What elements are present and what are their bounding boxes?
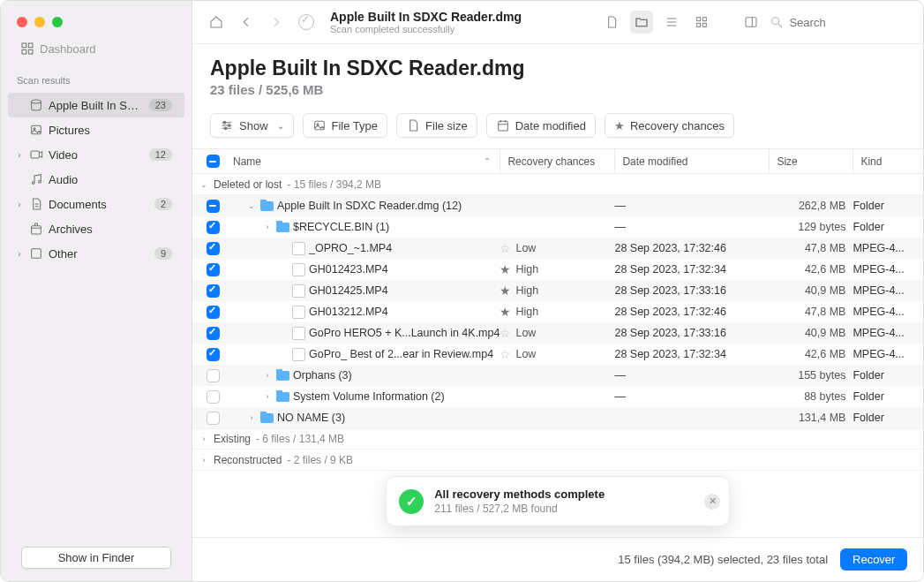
date-modified-value: 28 Sep 2023, 17:33:16 xyxy=(614,284,769,297)
chip-file-size[interactable]: File size xyxy=(396,113,477,138)
chip-file-type[interactable]: File Type xyxy=(303,113,388,138)
sidebar-item-label: Pictures xyxy=(49,124,172,137)
search-field[interactable] xyxy=(770,15,911,29)
table-row[interactable]: ›Orphans (3)—155 bytesFolder xyxy=(192,365,923,386)
column-name[interactable]: Name⌃ xyxy=(226,149,500,173)
star-icon: ★ xyxy=(614,119,625,132)
table-row[interactable]: ›System Volume Information (2)—88 bytesF… xyxy=(192,386,923,407)
sidebar-item-label: Audio xyxy=(49,173,172,186)
file-name: Apple Built In SDXC Reader.dmg (12) xyxy=(277,200,462,212)
maximize-window-button[interactable] xyxy=(52,17,63,27)
table-row[interactable]: ·GoPro HERO5 + K...Launch in 4K.mp4☆Low2… xyxy=(192,322,923,344)
group-deleted[interactable]: ⌄ Deleted or lost - 15 files / 394,2 MB xyxy=(192,174,923,195)
sidebar-item-label: Other xyxy=(49,247,149,261)
chevron-right-icon[interactable]: › xyxy=(263,371,272,380)
search-input[interactable] xyxy=(789,16,877,29)
video-file-icon xyxy=(291,305,305,319)
view-grid-button[interactable] xyxy=(690,11,713,34)
kind-value: MPEG-4... xyxy=(853,284,923,297)
close-window-button[interactable] xyxy=(17,17,27,27)
chip-show[interactable]: Show ⌄ xyxy=(210,113,294,138)
other-icon xyxy=(29,246,43,261)
sidebar-section-heading: Scan results xyxy=(1,70,192,89)
column-size[interactable]: Size xyxy=(769,149,853,173)
home-button[interactable] xyxy=(205,11,228,34)
column-recovery[interactable]: Recovery chances xyxy=(500,149,614,173)
kind-value: MPEG-4... xyxy=(853,263,923,276)
chevron-right-icon[interactable]: › xyxy=(247,413,256,422)
row-checkbox[interactable] xyxy=(207,369,220,382)
table-row[interactable]: ›NO NAME (3)131,4 MBFolder xyxy=(192,407,923,428)
sidebar-item-archives[interactable]: ›Archives xyxy=(8,216,184,241)
svg-rect-3 xyxy=(28,49,33,54)
svg-point-20 xyxy=(224,127,227,130)
star-icon: ★ xyxy=(500,262,511,276)
view-list-button[interactable] xyxy=(660,11,683,34)
toolbar-title: Apple Built In SDXC Reader.dmg xyxy=(330,10,522,24)
column-kind[interactable]: Kind xyxy=(853,149,923,173)
table-row[interactable]: ·GH012425.MP4★High28 Sep 2023, 17:33:164… xyxy=(192,280,923,301)
row-checkbox[interactable] xyxy=(207,348,220,361)
sidebar-item-label: Video xyxy=(49,148,144,162)
table-row[interactable]: ·GH012423.MP4★High28 Sep 2023, 17:32:344… xyxy=(192,259,923,280)
sidebar-item-pictures[interactable]: ›Pictures xyxy=(8,117,184,142)
group-label: Reconstructed xyxy=(214,454,282,466)
chip-recovery-chances[interactable]: ★ Recovery chances xyxy=(605,113,734,138)
row-checkbox[interactable] xyxy=(207,221,220,234)
file-name: GH013212.MP4 xyxy=(309,306,388,318)
video-file-icon xyxy=(291,241,305,255)
recover-button[interactable]: Recover xyxy=(840,548,907,571)
select-all-checkbox[interactable] xyxy=(207,155,220,168)
svg-rect-14 xyxy=(697,23,701,26)
row-checkbox[interactable] xyxy=(207,200,220,213)
sidebar: Dashboard Scan results ›Apple Built In S… xyxy=(1,1,192,581)
sidebar-item-other[interactable]: ›Other9 xyxy=(8,241,184,266)
sidebar-item-audio[interactable]: ›Audio xyxy=(8,167,184,192)
scan-status-icon xyxy=(295,11,318,34)
toolbar: Apple Built In SDXC Reader.dmg Scan comp… xyxy=(192,1,923,44)
group-existing[interactable]: › Existing - 6 files / 131,4 MB xyxy=(192,428,923,450)
forward-button[interactable] xyxy=(265,11,288,34)
table-row[interactable]: ⌄Apple Built In SDXC Reader.dmg (12)—262… xyxy=(192,195,923,216)
show-in-finder-button[interactable]: Show in Finder xyxy=(21,547,171,569)
chevron-right-icon: › xyxy=(15,150,24,160)
sidebar-item-video[interactable]: ›Video12 xyxy=(8,142,184,167)
view-panel-button[interactable] xyxy=(740,11,762,34)
row-checkbox[interactable] xyxy=(207,242,220,255)
row-checkbox[interactable] xyxy=(207,327,220,340)
chevron-right-icon[interactable]: › xyxy=(263,223,272,231)
row-checkbox[interactable] xyxy=(207,390,220,404)
column-checkbox[interactable] xyxy=(199,155,226,168)
sidebar-item-apple-built-in-sdx-[interactable]: ›Apple Built In SDX...23 xyxy=(8,93,184,117)
chip-date-modified[interactable]: Date modified xyxy=(486,113,596,138)
row-checkbox[interactable] xyxy=(207,306,220,319)
recovery-value: Low xyxy=(515,242,536,254)
size-value: 129 bytes xyxy=(769,221,853,233)
sidebar-item-dashboard[interactable]: Dashboard xyxy=(8,36,184,61)
table-row[interactable]: ›$RECYCLE.BIN (1)—129 bytesFolder xyxy=(192,216,923,238)
row-checkbox[interactable] xyxy=(207,412,220,425)
file-name: GoPro_ Best of 2...ear in Review.mp4 xyxy=(309,348,493,360)
star-icon: ☆ xyxy=(500,326,511,340)
group-reconstructed[interactable]: › Reconstructed - 2 files / 9 KB xyxy=(192,450,923,471)
picture-icon xyxy=(29,123,43,137)
chevron-down-icon[interactable]: ⌄ xyxy=(247,201,256,210)
column-modified[interactable]: Date modified xyxy=(614,149,769,173)
chevron-right-icon[interactable]: › xyxy=(263,392,272,401)
back-button[interactable] xyxy=(235,11,258,34)
row-checkbox[interactable] xyxy=(207,284,220,298)
toast-close-button[interactable]: ✕ xyxy=(704,494,720,510)
sidebar-item-documents[interactable]: ›Documents2 xyxy=(8,192,184,216)
row-checkbox[interactable] xyxy=(207,263,220,276)
table-row[interactable]: ·GoPro_ Best of 2...ear in Review.mp4☆Lo… xyxy=(192,344,923,365)
view-file-button[interactable] xyxy=(600,11,623,34)
table-row[interactable]: ·_OPRO_~1.MP4☆Low28 Sep 2023, 17:32:4647… xyxy=(192,238,923,259)
size-value: 131,4 MB xyxy=(769,412,853,424)
table-row[interactable]: ·GH013212.MP4★High28 Sep 2023, 17:32:464… xyxy=(192,301,923,322)
size-value: 42,6 MB xyxy=(769,348,853,360)
date-modified-value: 28 Sep 2023, 17:32:34 xyxy=(614,348,769,360)
recovery-value: Low xyxy=(515,327,536,339)
minimize-window-button[interactable] xyxy=(34,17,45,27)
view-folder-button[interactable] xyxy=(630,11,653,34)
star-icon: ☆ xyxy=(500,347,511,361)
